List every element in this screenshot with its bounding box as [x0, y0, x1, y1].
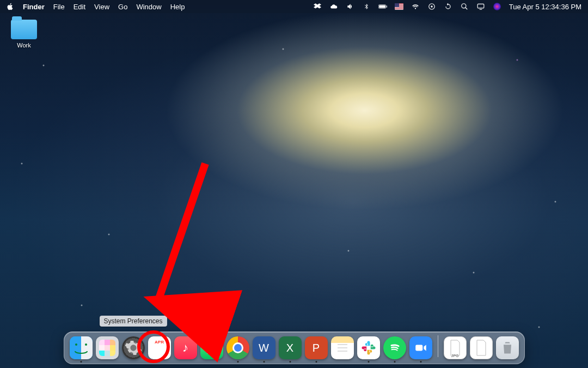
- battery-icon[interactable]: [378, 2, 387, 11]
- apple-menu-icon[interactable]: [7, 3, 14, 10]
- running-indicator: [420, 361, 421, 363]
- dock: System PreferencesAPR5♪WXPJPG: [64, 331, 525, 364]
- running-indicator: [315, 361, 317, 363]
- dock-app-music[interactable]: ♪: [174, 336, 197, 359]
- dock-app-microsoft-excel[interactable]: X: [279, 336, 302, 359]
- menu-window[interactable]: Window: [136, 3, 161, 11]
- dock-app-microsoft-powerpoint[interactable]: P: [305, 336, 328, 359]
- dock-app-notes[interactable]: [331, 336, 354, 359]
- sync-icon[interactable]: [444, 2, 452, 11]
- running-indicator: [80, 361, 82, 363]
- svg-rect-7: [477, 4, 484, 8]
- running-indicator: [237, 361, 238, 363]
- running-indicator: [289, 361, 291, 363]
- folder-label: Work: [7, 42, 41, 49]
- svg-rect-2: [387, 5, 387, 8]
- svg-line-16: [158, 164, 205, 301]
- dock-app-finder[interactable]: [70, 336, 93, 359]
- menu-file[interactable]: File: [53, 3, 65, 11]
- dock-app-document[interactable]: [470, 336, 493, 359]
- desktop-folder-work[interactable]: Work: [7, 20, 41, 49]
- dropbox-icon[interactable]: [313, 2, 322, 11]
- desktop[interactable]: Finder File Edit View Go Window Help Tue…: [0, 0, 588, 368]
- running-indicator: [263, 361, 265, 363]
- location-icon[interactable]: [427, 2, 436, 11]
- dock-separator: [438, 335, 438, 357]
- svg-point-5: [462, 4, 466, 8]
- wifi-icon[interactable]: [411, 2, 420, 11]
- spotlight-icon[interactable]: [460, 2, 469, 11]
- dock-app-document-jpg[interactable]: JPG: [444, 336, 467, 359]
- menu-edit[interactable]: Edit: [74, 3, 85, 11]
- volume-icon[interactable]: [346, 2, 354, 11]
- running-indicator: [367, 361, 369, 363]
- dock-app-trash[interactable]: [496, 336, 519, 359]
- dock-app-spotify[interactable]: [383, 336, 406, 359]
- dock-app-messages[interactable]: [200, 336, 223, 359]
- svg-line-6: [465, 8, 468, 10]
- svg-point-10: [75, 343, 77, 346]
- menu-go[interactable]: Go: [118, 3, 127, 11]
- dock-app-system-preferences[interactable]: System Preferences: [122, 336, 145, 359]
- dock-app-launchpad[interactable]: [96, 336, 119, 359]
- svg-rect-1: [379, 5, 385, 8]
- menubar-clock[interactable]: Tue Apr 5 12:34:36 PM: [509, 3, 581, 11]
- dock-container: System PreferencesAPR5♪WXPJPG: [0, 331, 588, 364]
- dock-app-slack[interactable]: [357, 336, 380, 359]
- bluetooth-icon[interactable]: [362, 2, 371, 11]
- svg-point-11: [85, 343, 87, 346]
- folder-icon: [11, 20, 37, 39]
- dock-app-zoom[interactable]: [409, 336, 432, 359]
- calendar-day: 5: [156, 345, 162, 355]
- siri-icon[interactable]: [493, 2, 501, 11]
- menu-bar: Finder File Edit View Go Window Help Tue…: [0, 0, 588, 13]
- input-flag-icon[interactable]: [395, 2, 403, 11]
- menu-view[interactable]: View: [94, 3, 109, 11]
- running-indicator: [394, 361, 395, 363]
- active-app-name[interactable]: Finder: [23, 3, 45, 11]
- annotation-overlay: [0, 0, 588, 368]
- dock-app-google-chrome[interactable]: [226, 336, 249, 359]
- dock-app-calendar[interactable]: APR5: [148, 336, 171, 359]
- cloud-icon[interactable]: [329, 2, 338, 11]
- dock-tooltip: System Preferences: [99, 316, 167, 327]
- svg-rect-15: [415, 345, 422, 351]
- dock-app-microsoft-word[interactable]: W: [253, 336, 275, 359]
- display-icon[interactable]: [476, 2, 485, 11]
- svg-point-4: [431, 5, 433, 8]
- menu-help[interactable]: Help: [170, 3, 185, 11]
